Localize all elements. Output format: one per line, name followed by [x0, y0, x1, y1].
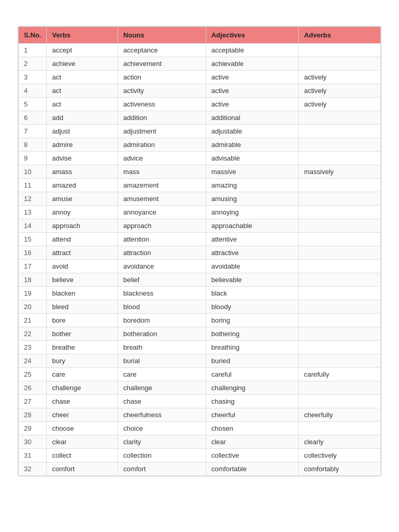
cell-noun: blackness	[118, 287, 206, 300]
cell-adjective: clear	[206, 435, 298, 449]
cell-adjective: attentive	[206, 233, 298, 246]
cell-noun: adjustment	[118, 125, 206, 138]
cell-no: 23	[19, 341, 47, 354]
cell-noun: burial	[118, 354, 206, 368]
cell-adverb	[299, 219, 381, 233]
cell-no: 10	[19, 165, 47, 179]
cell-adverb	[299, 300, 381, 314]
cell-adverb	[299, 341, 381, 354]
cell-noun: mass	[118, 165, 206, 179]
cell-noun: activeness	[118, 98, 206, 111]
cell-adjective: comfortable	[206, 462, 298, 476]
cell-adverb	[299, 152, 381, 165]
cell-noun: challenge	[118, 381, 206, 395]
cell-adverb: actively	[299, 84, 381, 98]
table-row: 7adjustadjustmentadjustable	[19, 125, 381, 138]
table-row: 9adviseadviceadvisable	[19, 152, 381, 165]
table-row: 26challengechallengechallenging	[19, 381, 381, 395]
cell-no: 6	[19, 111, 47, 125]
table-body: 1acceptacceptanceacceptable2achieveachie…	[19, 44, 381, 476]
cell-noun: advice	[118, 152, 206, 165]
cell-verb: act	[47, 98, 118, 111]
cell-noun: avoidance	[118, 260, 206, 273]
table-row: 22botherbotherationbothering	[19, 327, 381, 341]
cell-verb: bleed	[47, 300, 118, 314]
cell-verb: amazed	[47, 179, 118, 192]
table-row: 13annoyannoyanceannoying	[19, 206, 381, 219]
table-row: 2achieveachievementachievable	[19, 57, 381, 71]
cell-verb: avoid	[47, 260, 118, 273]
cell-adjective: admirable	[206, 138, 298, 152]
cell-noun: achievement	[118, 57, 206, 71]
table-row: 28cheercheerfulnesscheerfulcheerfully	[19, 408, 381, 422]
cell-verb: choose	[47, 422, 118, 435]
cell-noun: attention	[118, 233, 206, 246]
cell-no: 26	[19, 381, 47, 395]
cell-adjective: acceptable	[206, 44, 298, 57]
main-table-wrapper: S.No. Verbs Nouns Adjectives Adverbs 1ac…	[18, 26, 381, 476]
table-row: 32comfortcomfortcomfortablecomfortably	[19, 462, 381, 476]
cell-no: 30	[19, 435, 47, 449]
cell-noun: collection	[118, 449, 206, 462]
cell-noun: cheerfulness	[118, 408, 206, 422]
cell-noun: choice	[118, 422, 206, 435]
cell-no: 12	[19, 192, 47, 206]
table-row: 5actactivenessactiveactively	[19, 98, 381, 111]
cell-no: 1	[19, 44, 47, 57]
cell-adverb: actively	[299, 98, 381, 111]
cell-adverb	[299, 125, 381, 138]
cell-adverb	[299, 422, 381, 435]
table-row: 31collectcollectioncollectivecollectivel…	[19, 449, 381, 462]
table-row: 29choosechoicechosen	[19, 422, 381, 435]
table-row: 30clearclarityclearclearly	[19, 435, 381, 449]
cell-adjective: bloody	[206, 300, 298, 314]
cell-adverb: actively	[299, 71, 381, 84]
cell-verb: act	[47, 84, 118, 98]
table-row: 16attractattractionattractive	[19, 246, 381, 260]
cell-adverb	[299, 192, 381, 206]
table-row: 15attendattentionattentive	[19, 233, 381, 246]
cell-no: 29	[19, 422, 47, 435]
cell-verb: amass	[47, 165, 118, 179]
cell-verb: accept	[47, 44, 118, 57]
table-row: 23breathebreathbreathing	[19, 341, 381, 354]
table-row: 25carecarecarefulcarefully	[19, 368, 381, 381]
cell-adverb: massively	[299, 165, 381, 179]
table-row: 12amuseamusementamusing	[19, 192, 381, 206]
col-header-adjectives: Adjectives	[206, 27, 298, 44]
cell-noun: action	[118, 71, 206, 84]
table-row: 10amassmassmassivemassively	[19, 165, 381, 179]
cell-noun: belief	[118, 273, 206, 287]
table-row: 4actactivityactiveactively	[19, 84, 381, 98]
cell-adverb	[299, 111, 381, 125]
cell-adverb	[299, 57, 381, 71]
cell-noun: approach	[118, 219, 206, 233]
cell-no: 15	[19, 233, 47, 246]
cell-verb: collect	[47, 449, 118, 462]
cell-verb: bother	[47, 327, 118, 341]
cell-adjective: chasing	[206, 395, 298, 408]
cell-adverb	[299, 206, 381, 219]
cell-verb: care	[47, 368, 118, 381]
cell-adjective: buried	[206, 354, 298, 368]
col-header-verbs: Verbs	[47, 27, 118, 44]
cell-no: 13	[19, 206, 47, 219]
cell-adverb: comfortably	[299, 462, 381, 476]
cell-adverb: collectively	[299, 449, 381, 462]
cell-noun: annoyance	[118, 206, 206, 219]
cell-no: 11	[19, 179, 47, 192]
cell-verb: annoy	[47, 206, 118, 219]
cell-noun: amazement	[118, 179, 206, 192]
cell-verb: attend	[47, 233, 118, 246]
cell-adverb	[299, 395, 381, 408]
cell-adverb	[299, 138, 381, 152]
cell-noun: botheration	[118, 327, 206, 341]
cell-verb: approach	[47, 219, 118, 233]
cell-adjective: active	[206, 98, 298, 111]
cell-no: 21	[19, 314, 47, 327]
cell-adjective: careful	[206, 368, 298, 381]
cell-adjective: amusing	[206, 192, 298, 206]
cell-adjective: challenging	[206, 381, 298, 395]
table-row: 1acceptacceptanceacceptable	[19, 44, 381, 57]
table-row: 8admireadmirationadmirable	[19, 138, 381, 152]
